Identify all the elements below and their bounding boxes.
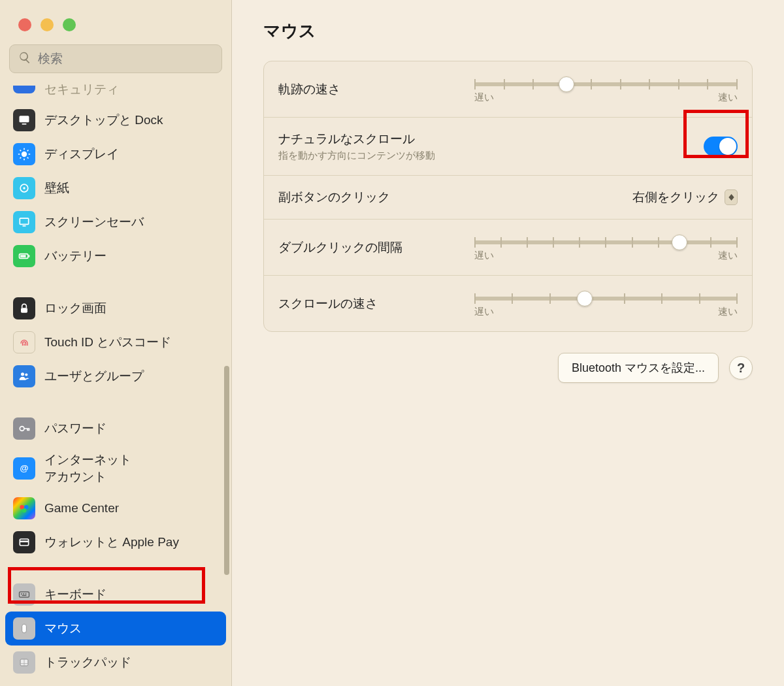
- footer-row: Bluetooth マウスを設定... ?: [263, 353, 753, 383]
- sidebar-item-mouse[interactable]: マウス: [5, 612, 226, 645]
- sidebar-item-security-partial[interactable]: セキュリティ: [5, 81, 226, 103]
- sidebar-item-wallpaper[interactable]: 壁紙: [5, 171, 226, 205]
- svg-rect-10: [21, 308, 27, 313]
- double-click-slider[interactable]: 遅い 速い: [474, 233, 738, 262]
- sidebar-item-label: デスクトップと Dock: [44, 112, 163, 129]
- sidebar-item-keyboard[interactable]: キーボード: [5, 578, 226, 612]
- slider-knob[interactable]: [672, 235, 687, 250]
- sidebar-item-users[interactable]: ユーザとグループ: [5, 359, 226, 393]
- touchid-icon: [13, 331, 35, 353]
- sidebar-item-touchid[interactable]: Touch ID とパスコード: [5, 325, 226, 359]
- svg-rect-25: [22, 624, 27, 632]
- gamecenter-icon: [13, 497, 35, 519]
- natural-scroll-sub: 指を動かす方向にコンテンツが移動: [278, 150, 704, 162]
- trackpad-icon: [13, 651, 35, 674]
- secondary-click-select[interactable]: 右側をクリック: [632, 189, 738, 206]
- sidebar-item-screensaver[interactable]: スクリーンセーバ: [5, 205, 226, 239]
- sidebar-item-label: マウス: [44, 620, 82, 637]
- search-field[interactable]: [9, 44, 222, 73]
- svg-rect-21: [21, 593, 22, 595]
- sidebar-item-display[interactable]: ディスプレイ: [5, 137, 226, 171]
- svg-rect-5: [20, 218, 28, 224]
- svg-rect-0: [20, 116, 29, 122]
- mouse-icon: [13, 617, 35, 640]
- help-button[interactable]: ?: [729, 356, 753, 380]
- slider-knob[interactable]: [577, 291, 593, 306]
- sidebar-item-trackpad[interactable]: トラックパッド: [5, 645, 226, 676]
- tracking-speed-label: 軌跡の速さ: [278, 81, 474, 98]
- sidebar-item-label: Touch ID とパスコード: [44, 334, 171, 351]
- main-panel: マウス 軌跡の速さ 遅い 速い: [232, 0, 784, 686]
- natural-scroll-toggle[interactable]: [704, 137, 738, 156]
- svg-point-12: [25, 373, 27, 376]
- search-input[interactable]: [38, 52, 213, 66]
- svg-rect-9: [29, 255, 30, 257]
- svg-point-13: [20, 427, 24, 431]
- natural-scroll-label: ナチュラルなスクロール: [278, 131, 704, 148]
- svg-rect-23: [25, 593, 27, 595]
- wallpaper-icon: [13, 177, 35, 199]
- secondary-click-row: 副ボタンのクリック 右側をクリック: [264, 176, 752, 220]
- sidebar-item-gamecenter[interactable]: Game Center: [5, 491, 226, 525]
- settings-card: 軌跡の速さ 遅い 速い ナチュラルなスクロール 指を動かす方向にコ: [263, 61, 753, 332]
- sidebar-item-internet-accounts[interactable]: @インターネット アカウント: [5, 446, 226, 491]
- double-click-row: ダブルクリックの間隔 遅い 速い: [264, 220, 752, 276]
- sidebar-item-wallet[interactable]: ウォレットと Apple Pay: [5, 525, 226, 559]
- tracking-speed-slider[interactable]: 遅い 速い: [474, 74, 738, 104]
- tracking-speed-row: 軌跡の速さ 遅い 速い: [264, 61, 752, 118]
- slider-max-label: 速い: [718, 306, 738, 318]
- scroll-speed-label: スクロールの速さ: [278, 295, 474, 312]
- svg-point-17: [22, 508, 27, 513]
- secondary-click-label: 副ボタンのクリック: [278, 189, 632, 206]
- sidebar-item-desktop-dock[interactable]: デスクトップと Dock: [5, 103, 226, 137]
- scroll-speed-slider[interactable]: 遅い 速い: [474, 289, 738, 318]
- desktop-icon: [13, 109, 35, 131]
- sidebar-item-label: セキュリティ: [44, 81, 119, 98]
- close-window-button[interactable]: [18, 18, 31, 31]
- keyboard-icon: [13, 583, 35, 606]
- svg-rect-22: [23, 593, 24, 595]
- slider-min-label: 遅い: [474, 91, 494, 104]
- slider-max-label: 速い: [718, 250, 738, 262]
- window-controls: [0, 0, 231, 31]
- svg-rect-1: [22, 123, 27, 125]
- scroll-speed-row: スクロールの速さ 遅い 速い: [264, 276, 752, 331]
- wallet-icon: [13, 531, 35, 553]
- sidebar-item-label: ウォレットと Apple Pay: [44, 534, 179, 551]
- toggle-knob: [719, 138, 736, 155]
- chevrons-up-down-icon: [725, 189, 738, 205]
- sidebar-item-label: ユーザとグループ: [44, 368, 144, 385]
- zoom-window-button[interactable]: [63, 18, 76, 31]
- sidebar-item-battery[interactable]: バッテリー: [5, 239, 226, 273]
- slider-knob[interactable]: [559, 76, 574, 92]
- slider-max-label: 速い: [718, 91, 738, 104]
- svg-text:@: @: [20, 463, 29, 473]
- sidebar-scrollbar[interactable]: [224, 366, 229, 575]
- slider-min-label: 遅い: [474, 250, 494, 262]
- sidebar-item-label: トラックパッド: [44, 654, 131, 671]
- sidebar-item-lockscreen[interactable]: ロック画面: [5, 291, 226, 325]
- svg-rect-6: [23, 225, 26, 227]
- svg-rect-19: [20, 541, 28, 543]
- sidebar-item-passwords[interactable]: パスワード: [5, 412, 226, 446]
- search-icon: [18, 51, 31, 67]
- svg-point-2: [22, 152, 27, 157]
- sidebar-item-label: インターネット アカウント: [44, 451, 131, 485]
- slider-min-label: 遅い: [474, 306, 494, 318]
- sidebar-list[interactable]: セキュリティ デスクトップと Dockディスプレイ壁紙スクリーンセーババッテリー…: [0, 81, 231, 676]
- sidebar-item-label: キーボード: [44, 586, 106, 603]
- svg-rect-8: [20, 255, 25, 257]
- natural-scroll-row: ナチュラルなスクロール 指を動かす方向にコンテンツが移動: [264, 118, 752, 176]
- screensaver-icon: [13, 211, 35, 233]
- sidebar-item-label: パスワード: [44, 420, 106, 437]
- internet-icon: @: [13, 457, 35, 480]
- bluetooth-mouse-setup-button[interactable]: Bluetooth マウスを設定...: [558, 353, 719, 383]
- sidebar-item-label: Game Center: [44, 501, 119, 515]
- svg-point-11: [21, 372, 24, 376]
- sidebar-item-label: 壁紙: [44, 180, 69, 197]
- sidebar-item-label: バッテリー: [44, 248, 106, 265]
- minimize-window-button[interactable]: [41, 18, 54, 31]
- sidebar: セキュリティ デスクトップと Dockディスプレイ壁紙スクリーンセーババッテリー…: [0, 0, 232, 686]
- page-title: マウス: [263, 20, 753, 42]
- double-click-label: ダブルクリックの間隔: [278, 239, 474, 256]
